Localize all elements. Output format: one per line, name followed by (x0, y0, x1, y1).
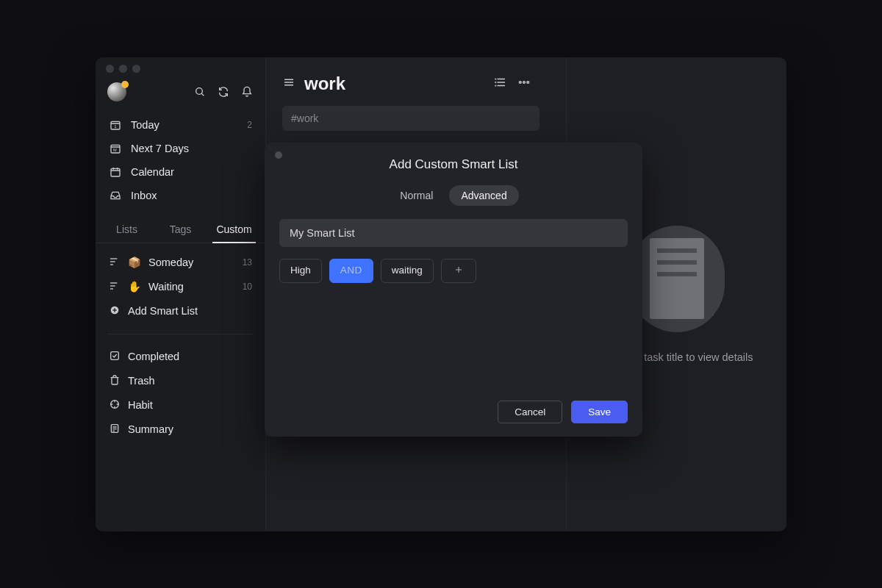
inbox-icon (109, 189, 122, 202)
nav-label: Completed (128, 351, 179, 362)
calendar-today-icon: 1 (109, 118, 122, 132)
svg-point-36 (519, 81, 521, 83)
filter-chips: High AND waiting (279, 259, 628, 283)
nav-label: Trash (128, 375, 155, 387)
segment-advanced[interactable]: Advanced (449, 185, 518, 206)
calendar-icon (109, 165, 122, 179)
smartlist-someday[interactable]: 📦 Someday 13 (101, 251, 259, 275)
minimize-dot[interactable] (119, 65, 127, 73)
filter-icon (109, 256, 121, 270)
window-controls (106, 65, 140, 73)
tab-custom[interactable]: Custom (207, 218, 261, 243)
menu-icon[interactable] (282, 76, 295, 92)
zoom-dot[interactable] (132, 65, 140, 73)
quick-add-input[interactable]: #work (282, 106, 539, 131)
tab-lists[interactable]: Lists (100, 218, 154, 243)
sync-icon[interactable] (217, 85, 230, 98)
avatar[interactable] (107, 82, 126, 101)
nav-label: Inbox (131, 190, 157, 201)
chip-operator[interactable]: AND (329, 259, 373, 283)
smartlist-label: Waiting (148, 281, 184, 293)
nav-label: Summary (128, 423, 173, 435)
smartlist-waiting[interactable]: ✋ Waiting 10 (101, 275, 259, 299)
nav-today[interactable]: 1 Today 2 (101, 113, 259, 137)
save-button[interactable]: Save (571, 401, 628, 423)
smartlist-count: 13 (243, 257, 252, 268)
calendar-week-icon: W (109, 142, 122, 155)
close-dot[interactable] (106, 65, 114, 73)
svg-point-37 (523, 81, 526, 83)
nav-inbox[interactable]: Inbox (101, 184, 259, 207)
check-square-icon (109, 350, 121, 364)
modal-title: Add Custom Smart List (279, 157, 628, 172)
sidebar-tabs: Lists Tags Custom (96, 218, 265, 243)
sort-icon[interactable] (494, 76, 507, 92)
tab-tags[interactable]: Tags (154, 218, 207, 243)
plus-circle-icon (109, 304, 121, 318)
trash-icon (109, 374, 121, 388)
svg-line-1 (201, 93, 204, 96)
smartlist-modal: Add Custom Smart List Normal Advanced Hi… (265, 143, 642, 437)
smartlist-emoji: ✋ (128, 281, 141, 293)
svg-rect-21 (111, 351, 119, 359)
smartlist-name-input[interactable] (279, 219, 628, 247)
more-icon[interactable] (517, 76, 531, 92)
svg-text:W: W (113, 148, 118, 152)
svg-point-34 (495, 82, 496, 82)
nav-completed[interactable]: Completed (101, 345, 259, 369)
page-title: work (304, 74, 345, 94)
cancel-button[interactable]: Cancel (498, 401, 562, 423)
nav-label: Today (131, 119, 159, 131)
svg-point-38 (527, 81, 529, 83)
svg-point-35 (495, 85, 496, 86)
smartlist-emoji: 📦 (128, 257, 141, 269)
svg-text:1: 1 (114, 124, 117, 129)
mode-segment: Normal Advanced (279, 185, 628, 206)
search-icon[interactable] (193, 85, 207, 98)
nav-label: Calendar (131, 166, 174, 178)
nav-count: 2 (247, 120, 252, 130)
filter-icon (109, 280, 121, 294)
nav-summary[interactable]: Summary (101, 417, 259, 442)
add-smartlist[interactable]: Add Smart List (101, 299, 259, 323)
smartlist-label: Someday (148, 257, 193, 268)
nav-calendar[interactable]: Calendar (101, 160, 259, 184)
segment-normal[interactable]: Normal (388, 185, 445, 206)
nav-next7days[interactable]: W Next 7 Days (101, 137, 259, 160)
smartlist-count: 10 (243, 282, 252, 292)
target-icon (109, 398, 121, 412)
nav-trash[interactable]: Trash (101, 369, 259, 393)
add-smartlist-label: Add Smart List (128, 305, 198, 317)
modal-close-dot[interactable] (275, 151, 282, 159)
app-window: 1 Today 2 W Next 7 Days Calendar Inbox L… (96, 57, 786, 531)
nav-label: Habit (128, 399, 153, 411)
svg-rect-8 (111, 168, 120, 176)
document-icon (109, 423, 121, 437)
chip-waiting[interactable]: waiting (381, 259, 434, 283)
divider (107, 334, 254, 334)
svg-point-33 (495, 79, 496, 79)
svg-point-0 (196, 87, 203, 94)
sidebar: 1 Today 2 W Next 7 Days Calendar Inbox L… (96, 57, 266, 531)
empty-state-illustration (629, 226, 725, 332)
chip-high[interactable]: High (279, 259, 322, 283)
nav-habit[interactable]: Habit (101, 393, 259, 417)
bell-icon[interactable] (240, 85, 254, 98)
chip-add[interactable] (441, 259, 476, 283)
nav-label: Next 7 Days (131, 143, 189, 154)
